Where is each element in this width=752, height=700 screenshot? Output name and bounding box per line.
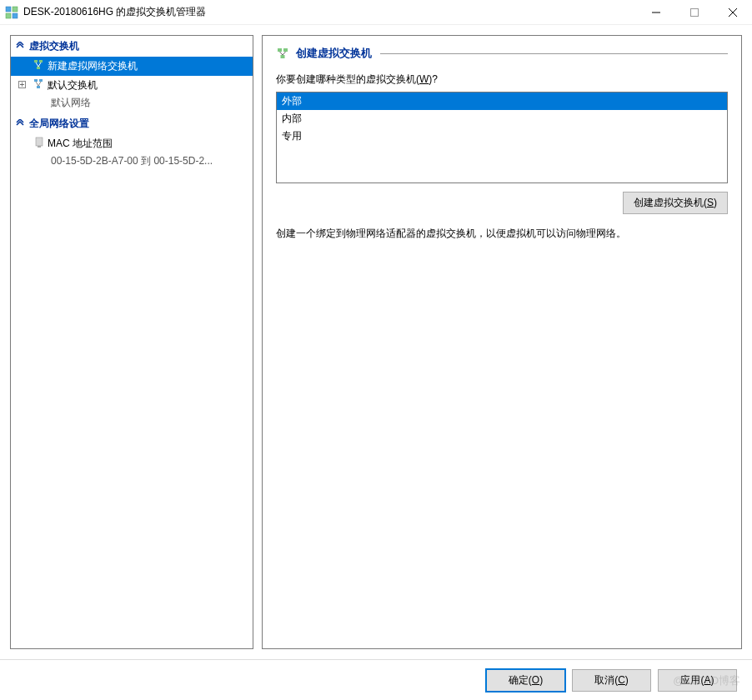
sidebar-item-default-switch[interactable]: + 默认交换机 xyxy=(11,76,253,95)
sidebar-section-label: 全局网络设置 xyxy=(29,118,89,129)
svg-rect-22 xyxy=(281,55,285,58)
svg-rect-8 xyxy=(34,60,38,62)
sidebar-header-global-network[interactable]: 全局网络设置 xyxy=(11,113,253,134)
network-switch-icon xyxy=(33,78,44,90)
chevron-up-icon xyxy=(16,41,24,49)
svg-line-11 xyxy=(36,62,38,67)
svg-rect-20 xyxy=(278,48,282,52)
nic-icon xyxy=(34,137,44,151)
svg-rect-0 xyxy=(6,7,11,12)
svg-line-24 xyxy=(283,52,286,55)
window-controls xyxy=(637,0,752,25)
svg-rect-2 xyxy=(6,13,11,18)
panel-header: 创建虚拟交换机 xyxy=(276,46,728,61)
window: DESK-20180616HG 的虚拟交换机管理器 虚拟交换机 xyxy=(0,0,752,700)
apply-button[interactable]: 应用(A) xyxy=(658,669,737,692)
list-item-external[interactable]: 外部 xyxy=(277,92,727,110)
close-button[interactable] xyxy=(714,0,752,25)
description-text: 创建一个绑定到物理网络适配器的虚拟交换机，以便虚拟机可以访问物理网络。 xyxy=(276,226,728,242)
plus-icon[interactable]: + xyxy=(18,81,26,88)
app-icon xyxy=(5,6,18,19)
list-item-internal[interactable]: 内部 xyxy=(277,110,727,128)
svg-rect-3 xyxy=(13,13,18,18)
svg-rect-1 xyxy=(13,7,18,12)
header-divider xyxy=(380,53,728,54)
sidebar-item-label: MAC 地址范围 xyxy=(48,138,113,149)
sidebar-section-label: 虚拟交换机 xyxy=(29,40,79,52)
panel-title: 创建虚拟交换机 xyxy=(296,46,372,61)
create-virtual-switch-button[interactable]: 创建虚拟交换机(S) xyxy=(623,192,728,214)
svg-line-12 xyxy=(38,62,41,67)
svg-rect-19 xyxy=(38,146,41,148)
svg-rect-10 xyxy=(37,67,40,69)
sidebar-item-label: 新建虚拟网络交换机 xyxy=(48,60,138,72)
ok-button[interactable]: 确定(O) xyxy=(486,669,565,692)
svg-rect-13 xyxy=(34,79,38,82)
sidebar-item-sub: 00-15-5D-2B-A7-00 到 00-15-5D-2... xyxy=(11,153,253,172)
minimize-button[interactable] xyxy=(637,0,675,25)
svg-rect-15 xyxy=(37,86,40,88)
svg-line-16 xyxy=(36,82,38,86)
svg-rect-5 xyxy=(691,8,699,16)
window-title: DESK-20180616HG 的虚拟交换机管理器 xyxy=(23,5,637,19)
sidebar-item-label: 默认交换机 xyxy=(48,79,98,91)
svg-rect-14 xyxy=(39,79,43,82)
content-area: 虚拟交换机 新建虚拟网络交换机 + xyxy=(0,25,752,659)
list-item-private[interactable]: 专用 xyxy=(277,128,727,145)
sidebar-header-virtual-switch[interactable]: 虚拟交换机 xyxy=(11,36,253,57)
sidebar-item-new-virtual-switch[interactable]: 新建虚拟网络交换机 xyxy=(11,57,253,76)
network-switch-icon xyxy=(33,59,44,71)
sidebar-item-mac-range[interactable]: MAC 地址范围 xyxy=(11,134,253,153)
cancel-button[interactable]: 取消(C) xyxy=(572,669,651,692)
sidebar-item-sub: 默认网络 xyxy=(11,95,253,113)
create-button-row: 创建虚拟交换机(S) xyxy=(276,192,728,214)
svg-line-17 xyxy=(38,82,41,86)
main-panel: 创建虚拟交换机 你要创建哪种类型的虚拟交换机(W)? 外部 内部 专用 创建虚拟… xyxy=(262,35,742,649)
prompt-label: 你要创建哪种类型的虚拟交换机(W)? xyxy=(276,72,728,87)
svg-rect-21 xyxy=(283,48,288,52)
svg-rect-18 xyxy=(36,138,43,146)
titlebar: DESK-20180616HG 的虚拟交换机管理器 xyxy=(0,0,752,25)
footer: 确定(O) 取消(C) 应用(A) xyxy=(0,660,752,700)
svg-line-23 xyxy=(280,52,283,55)
svg-rect-9 xyxy=(39,60,43,62)
sidebar: 虚拟交换机 新建虚拟网络交换机 + xyxy=(10,35,253,649)
chevron-up-icon xyxy=(16,118,24,127)
switch-type-listbox[interactable]: 外部 内部 专用 xyxy=(276,92,728,183)
network-switch-icon xyxy=(276,47,289,60)
maximize-button[interactable] xyxy=(675,0,714,25)
